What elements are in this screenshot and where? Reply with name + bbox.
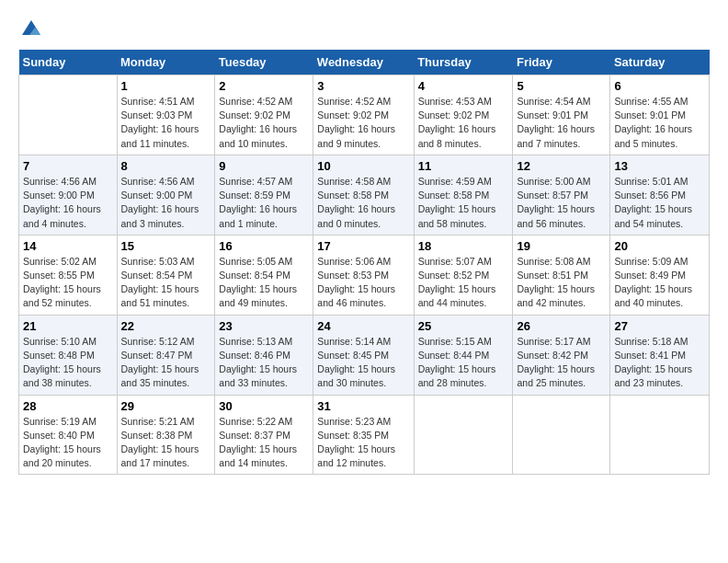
day-number: 1 (121, 79, 211, 93)
header-day-monday: Monday (117, 50, 215, 75)
day-number: 15 (121, 239, 211, 253)
day-info: Sunrise: 4:54 AM Sunset: 9:01 PM Dayligh… (517, 95, 606, 151)
day-info: Sunrise: 4:56 AM Sunset: 9:00 PM Dayligh… (23, 175, 113, 231)
day-number: 2 (219, 79, 309, 93)
day-number: 13 (614, 159, 705, 173)
calendar-cell: 4Sunrise: 4:53 AM Sunset: 9:02 PM Daylig… (414, 75, 513, 155)
day-info: Sunrise: 5:21 AM Sunset: 8:38 PM Dayligh… (121, 415, 211, 471)
calendar-table: SundayMondayTuesdayWednesdayThursdayFrid… (18, 50, 710, 475)
day-info: Sunrise: 5:06 AM Sunset: 8:53 PM Dayligh… (317, 255, 409, 311)
day-info: Sunrise: 5:12 AM Sunset: 8:47 PM Dayligh… (121, 335, 211, 391)
day-number: 23 (219, 319, 309, 333)
day-info: Sunrise: 4:52 AM Sunset: 9:02 PM Dayligh… (317, 95, 409, 151)
calendar-cell: 3Sunrise: 4:52 AM Sunset: 9:02 PM Daylig… (313, 75, 414, 155)
day-info: Sunrise: 5:07 AM Sunset: 8:52 PM Dayligh… (418, 255, 509, 311)
calendar-cell: 26Sunrise: 5:17 AM Sunset: 8:42 PM Dayli… (513, 315, 610, 395)
calendar-cell: 16Sunrise: 5:05 AM Sunset: 8:54 PM Dayli… (215, 235, 313, 315)
day-number: 27 (614, 319, 705, 333)
calendar-cell: 10Sunrise: 4:58 AM Sunset: 8:58 PM Dayli… (313, 155, 414, 235)
calendar-cell: 2Sunrise: 4:52 AM Sunset: 9:02 PM Daylig… (215, 75, 313, 155)
day-info: Sunrise: 4:55 AM Sunset: 9:01 PM Dayligh… (614, 95, 705, 151)
day-number: 28 (23, 399, 113, 413)
day-number: 19 (517, 239, 606, 253)
day-info: Sunrise: 4:59 AM Sunset: 8:58 PM Dayligh… (418, 175, 509, 231)
header-day-tuesday: Tuesday (215, 50, 313, 75)
day-info: Sunrise: 5:17 AM Sunset: 8:42 PM Dayligh… (517, 335, 606, 391)
day-info: Sunrise: 5:00 AM Sunset: 8:57 PM Dayligh… (517, 175, 606, 231)
calendar-cell: 8Sunrise: 4:56 AM Sunset: 9:00 PM Daylig… (117, 155, 215, 235)
day-number: 5 (517, 79, 606, 93)
header-day-saturday: Saturday (610, 50, 710, 75)
day-info: Sunrise: 4:52 AM Sunset: 9:02 PM Dayligh… (219, 95, 309, 151)
calendar-cell: 31Sunrise: 5:23 AM Sunset: 8:35 PM Dayli… (313, 395, 414, 475)
day-number: 18 (418, 239, 509, 253)
day-number: 22 (121, 319, 211, 333)
calendar-cell: 24Sunrise: 5:14 AM Sunset: 8:45 PM Dayli… (313, 315, 414, 395)
calendar-cell: 21Sunrise: 5:10 AM Sunset: 8:48 PM Dayli… (19, 315, 118, 395)
day-info: Sunrise: 4:53 AM Sunset: 9:02 PM Dayligh… (418, 95, 509, 151)
calendar-cell: 25Sunrise: 5:15 AM Sunset: 8:44 PM Dayli… (414, 315, 513, 395)
header-day-thursday: Thursday (414, 50, 513, 75)
header-day-sunday: Sunday (19, 50, 118, 75)
calendar-cell: 12Sunrise: 5:00 AM Sunset: 8:57 PM Dayli… (513, 155, 610, 235)
day-info: Sunrise: 5:14 AM Sunset: 8:45 PM Dayligh… (317, 335, 409, 391)
header-row: SundayMondayTuesdayWednesdayThursdayFrid… (19, 50, 710, 75)
day-info: Sunrise: 5:09 AM Sunset: 8:49 PM Dayligh… (614, 255, 705, 311)
day-number: 9 (219, 159, 309, 173)
calendar-cell: 20Sunrise: 5:09 AM Sunset: 8:49 PM Dayli… (610, 235, 710, 315)
calendar-body: 1Sunrise: 4:51 AM Sunset: 9:03 PM Daylig… (19, 75, 710, 475)
calendar-week-2: 7Sunrise: 4:56 AM Sunset: 9:00 PM Daylig… (19, 155, 710, 235)
calendar-cell: 6Sunrise: 4:55 AM Sunset: 9:01 PM Daylig… (610, 75, 710, 155)
calendar-cell: 19Sunrise: 5:08 AM Sunset: 8:51 PM Dayli… (513, 235, 610, 315)
day-info: Sunrise: 5:02 AM Sunset: 8:55 PM Dayligh… (23, 255, 113, 311)
header-day-wednesday: Wednesday (313, 50, 414, 75)
day-number: 21 (23, 319, 113, 333)
calendar-cell: 7Sunrise: 4:56 AM Sunset: 9:00 PM Daylig… (19, 155, 118, 235)
day-number: 25 (418, 319, 509, 333)
day-number: 17 (317, 239, 409, 253)
day-info: Sunrise: 5:03 AM Sunset: 8:54 PM Dayligh… (121, 255, 211, 311)
calendar-cell: 15Sunrise: 5:03 AM Sunset: 8:54 PM Dayli… (117, 235, 215, 315)
calendar-cell: 14Sunrise: 5:02 AM Sunset: 8:55 PM Dayli… (19, 235, 118, 315)
day-number: 26 (517, 319, 606, 333)
day-number: 11 (418, 159, 509, 173)
day-number: 6 (614, 79, 705, 93)
calendar-cell (610, 395, 710, 475)
calendar-cell (414, 395, 513, 475)
day-number: 7 (23, 159, 113, 173)
calendar-cell: 5Sunrise: 4:54 AM Sunset: 9:01 PM Daylig… (513, 75, 610, 155)
calendar-header: SundayMondayTuesdayWednesdayThursdayFrid… (19, 50, 710, 75)
day-info: Sunrise: 5:22 AM Sunset: 8:37 PM Dayligh… (219, 415, 309, 471)
day-info: Sunrise: 4:57 AM Sunset: 8:59 PM Dayligh… (219, 175, 309, 231)
calendar-cell: 28Sunrise: 5:19 AM Sunset: 8:40 PM Dayli… (19, 395, 118, 475)
day-number: 24 (317, 319, 409, 333)
calendar-cell: 11Sunrise: 4:59 AM Sunset: 8:58 PM Dayli… (414, 155, 513, 235)
day-info: Sunrise: 4:56 AM Sunset: 9:00 PM Dayligh… (121, 175, 211, 231)
calendar-cell: 9Sunrise: 4:57 AM Sunset: 8:59 PM Daylig… (215, 155, 313, 235)
calendar-cell (513, 395, 610, 475)
calendar-cell: 18Sunrise: 5:07 AM Sunset: 8:52 PM Dayli… (414, 235, 513, 315)
day-info: Sunrise: 5:10 AM Sunset: 8:48 PM Dayligh… (23, 335, 113, 391)
day-info: Sunrise: 5:23 AM Sunset: 8:35 PM Dayligh… (317, 415, 409, 471)
day-number: 16 (219, 239, 309, 253)
calendar-cell: 1Sunrise: 4:51 AM Sunset: 9:03 PM Daylig… (117, 75, 215, 155)
calendar-week-4: 21Sunrise: 5:10 AM Sunset: 8:48 PM Dayli… (19, 315, 710, 395)
calendar-cell: 17Sunrise: 5:06 AM Sunset: 8:53 PM Dayli… (313, 235, 414, 315)
day-number: 20 (614, 239, 705, 253)
day-info: Sunrise: 5:05 AM Sunset: 8:54 PM Dayligh… (219, 255, 309, 311)
header-day-friday: Friday (513, 50, 610, 75)
day-info: Sunrise: 5:15 AM Sunset: 8:44 PM Dayligh… (418, 335, 509, 391)
day-info: Sunrise: 4:51 AM Sunset: 9:03 PM Dayligh… (121, 95, 211, 151)
day-info: Sunrise: 5:01 AM Sunset: 8:56 PM Dayligh… (614, 175, 705, 231)
day-number: 10 (317, 159, 409, 173)
day-number: 8 (121, 159, 211, 173)
calendar-cell: 23Sunrise: 5:13 AM Sunset: 8:46 PM Dayli… (215, 315, 313, 395)
calendar-cell: 13Sunrise: 5:01 AM Sunset: 8:56 PM Dayli… (610, 155, 710, 235)
calendar-week-3: 14Sunrise: 5:02 AM Sunset: 8:55 PM Dayli… (19, 235, 710, 315)
day-number: 4 (418, 79, 509, 93)
day-info: Sunrise: 5:18 AM Sunset: 8:41 PM Dayligh… (614, 335, 705, 391)
day-info: Sunrise: 4:58 AM Sunset: 8:58 PM Dayligh… (317, 175, 409, 231)
page-header (18, 18, 710, 40)
day-number: 14 (23, 239, 113, 253)
day-number: 3 (317, 79, 409, 93)
